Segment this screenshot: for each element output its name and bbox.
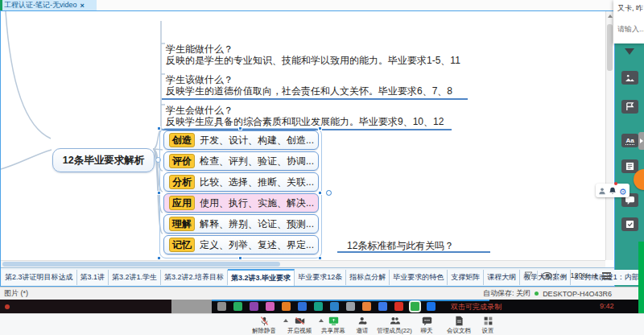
taskbar-app-icon[interactable] [298,302,307,311]
taskbar-app-icon[interactable] [411,302,419,311]
menu-icon[interactable] [602,272,611,279]
button-label: 共享屏幕 [321,327,345,335]
selection-handle[interactable] [157,191,161,195]
sheet-tab[interactable]: 第3.2讲1.学生 [109,270,161,285]
taskbar-app-icon[interactable] [217,302,226,311]
panel-expand-handle[interactable] [638,132,644,150]
taskbar-app-icon[interactable] [362,302,371,311]
note-question: 学生该做什么？ [166,74,452,85]
chat-button[interactable]: 聊天 [409,316,444,335]
scroll-up-icon[interactable] [608,14,613,18]
tasks-tool-button[interactable] [621,217,638,231]
person-icon[interactable] [598,187,606,195]
horizontal-scroll-thumb[interactable] [2,262,280,267]
branch-apply[interactable]: 应用 使用、执行、实施、解决... [163,193,319,213]
flag-icon [625,102,635,111]
share-screen-icon [328,316,339,326]
taskbar-app-icon[interactable] [346,302,355,311]
taskbar-preview[interactable] [0,300,171,313]
unmute-button[interactable]: 解除静音 [246,316,282,335]
underline-stroke[interactable] [162,98,468,100]
invite-button[interactable]: 邀请 [345,316,380,335]
branch-create[interactable]: 创造 开发、设计、构建、创造... [163,130,319,150]
tab-accent [0,0,2,10]
vertical-scrollbar[interactable] [605,11,613,260]
branch-analyze[interactable]: 分析 比较、选择、推断、关联... [163,172,319,192]
taskbar-app-icon[interactable] [250,302,258,311]
root-topic-node[interactable]: 12条毕业要求解析 [52,148,155,172]
members-icon [390,316,400,326]
taskbar-segment [171,300,212,313]
comment-input[interactable] [617,25,644,33]
text-tool-button[interactable]: Aa [621,134,638,147]
flag-tool-button[interactable] [621,100,638,114]
branch-text: 定义、列举、复述、界定... [200,238,314,252]
sheet-tab[interactable]: 课程大纲 [484,270,520,285]
image-icon [625,73,635,82]
branch-understand[interactable]: 理解 解释、辨别、论证、预测... [163,214,319,234]
sheet-tab[interactable]: 支撑矩阵 [448,270,484,285]
bell-icon [609,187,617,195]
rotation-handle[interactable] [326,190,332,196]
comment-popup[interactable]: 又卡, 咋 [613,0,644,43]
comment-text: 又卡, 咋 [617,3,644,14]
start-video-button[interactable]: 开启视频 [282,316,317,335]
button-label: 开启视频 [287,327,312,335]
mindmap-canvas[interactable]: 学生能做什么？ 反映的是学生的专业知识、技能和学以致用的能力。毕业要求1-5、1… [1,11,605,260]
notes-tool-button[interactable] [621,159,638,173]
floating-question[interactable]: 12条标准都与此有关吗？ [347,239,454,253]
taskbar-app-icon[interactable] [394,302,403,311]
zoom-out-button[interactable]: − [561,271,566,280]
note-should-do[interactable]: 学生该做什么？ 反映学生的道德价值取向，社会责任和人文关怀。毕业要求6、7、8 [166,74,452,97]
image-tool-button[interactable] [621,71,638,85]
taskbar-app-icon[interactable] [282,302,291,311]
microphone-muted-icon [259,316,270,326]
branch-text: 使用、执行、实施、解决... [200,196,314,210]
floating-badge[interactable] [634,169,644,190]
sheet-tab[interactable]: 第2.3讲证明目标达成 [2,270,77,285]
screen: 工程认证-笔记-无video × 学生能做什么？ [0,0,644,335]
branch-text: 检查、评判、验证、协调... [200,155,314,168]
taskbar-app-icons [217,302,436,311]
selection-handle[interactable] [157,126,161,130]
vertical-scroll-thumb[interactable] [607,24,613,71]
selection-handle[interactable] [238,126,242,130]
selection-handle[interactable] [318,191,322,195]
invite-person-icon [357,316,368,326]
filter-icon[interactable] [524,271,533,279]
sheet-tab[interactable]: 指标点分解 [346,270,390,285]
horizontal-scrollbar[interactable] [1,260,605,267]
sheet-tab[interactable]: 毕业要求的特色 [390,270,448,285]
chevron-down-icon[interactable] [625,48,634,55]
sheet-tab[interactable]: 第3.2讲2.培养目标 [161,270,228,285]
document-tab[interactable]: 工程认证-笔记-无video × [0,0,97,10]
branch-remember[interactable]: 记忆 定义、列举、复述、界定... [163,235,319,254]
right-edge-indicator [638,242,644,313]
taskbar-app-icon[interactable] [314,302,323,311]
note-answer: 反映学生的道德价值取向，社会责任和人文关怀。毕业要求6、7、8 [166,85,452,97]
branch-text: 开发、设计、构建、创造... [200,134,314,147]
taskbar-app-icon[interactable] [427,302,436,311]
selection-handle[interactable] [318,126,322,130]
branch-label-chip: 分析 [169,175,195,189]
zoom-in-button[interactable]: + [593,271,598,280]
gear-icon[interactable] [619,184,627,198]
note-can-do[interactable]: 学生能做什么？ 反映的是学生的专业知识、技能和学以致用的能力。毕业要求1-5、1… [166,43,460,66]
camera-off-icon [295,316,305,326]
notification-bell[interactable] [609,184,617,198]
eye-icon[interactable] [542,272,552,279]
close-icon[interactable]: × [80,2,85,10]
quick-tools-popup [596,184,630,197]
sheet-tab[interactable]: 第3.1讲 [77,270,109,285]
branch-evaluate[interactable]: 评价 检查、评判、验证、协调... [163,151,319,171]
sheet-tab[interactable]: 毕业要求12条 [295,270,346,285]
note-will-do[interactable]: 学生会做什么？ 反映学生应具备的综合素质和职业发展能力。毕业要求9、10、12 [166,105,444,127]
zoom-level: 120% [571,271,589,279]
taskbar-app-icon[interactable] [266,302,275,311]
taskbar-app-icon[interactable] [378,302,387,311]
sheet-tab-active[interactable]: 第3.2讲3.毕业要求 [228,269,295,286]
settings-button[interactable]: 设置 [470,316,506,335]
taskbar-app-icon[interactable] [233,302,242,311]
taskbar-app-icon[interactable] [330,302,339,311]
manage-members-button[interactable]: 管理成员(22) [377,316,412,335]
